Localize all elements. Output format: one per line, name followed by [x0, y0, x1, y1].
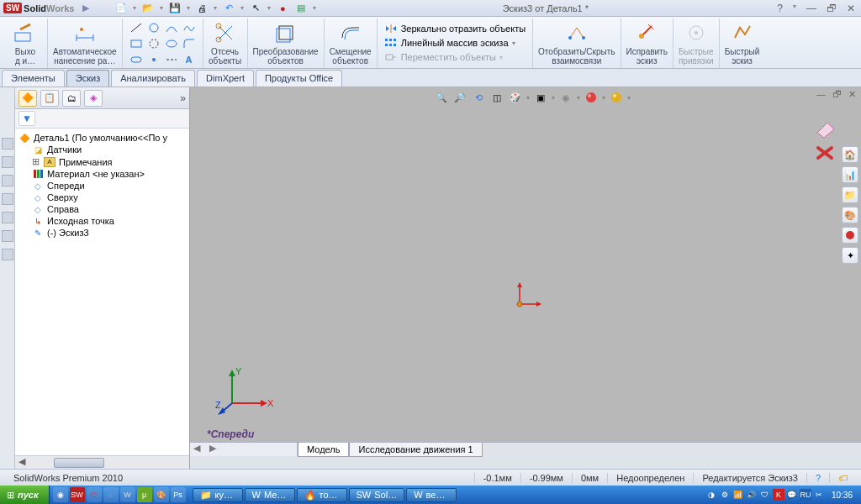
appearance-icon[interactable]: [584, 90, 599, 105]
left-tool-1[interactable]: [2, 138, 13, 150]
display-relations-button[interactable]: [560, 18, 594, 47]
tree-tab-feature-icon[interactable]: 🔶: [18, 90, 37, 107]
centerline-icon[interactable]: [163, 52, 180, 67]
tray-icon-8[interactable]: RU: [800, 489, 811, 501]
ql-ie-icon[interactable]: e: [103, 487, 119, 502]
taskpane-appearance-icon[interactable]: [842, 227, 858, 244]
ql-opera-icon[interactable]: O: [87, 487, 102, 502]
slot-icon[interactable]: [128, 52, 145, 67]
tray-icon-6[interactable]: K: [773, 489, 784, 501]
left-tool-6[interactable]: [2, 230, 13, 242]
tree-tab-config-icon[interactable]: 🗂: [62, 90, 81, 107]
left-tool-2[interactable]: [2, 156, 13, 168]
mirror-button[interactable]: Зеркально отразить объекты: [383, 22, 527, 35]
sketch-cancel-icon[interactable]: [815, 144, 835, 161]
scene-icon[interactable]: [609, 90, 624, 105]
tab-office[interactable]: Продукты Office: [256, 70, 342, 87]
tray-icon-1[interactable]: ◑: [705, 489, 717, 501]
tree-collapse-icon[interactable]: »: [180, 92, 186, 104]
ql-ps-icon[interactable]: Ps: [171, 487, 186, 502]
left-tool-7[interactable]: [2, 249, 13, 260]
repair-button[interactable]: [630, 18, 663, 47]
filter-icon[interactable]: ▼: [18, 111, 35, 126]
close-icon[interactable]: ✕: [844, 3, 858, 14]
tree-front-plane[interactable]: ◇Спереди: [17, 180, 188, 192]
maximize-icon[interactable]: 🗗: [824, 3, 839, 14]
display-style-icon[interactable]: ▣: [533, 90, 548, 105]
task-window-1[interactable]: WМе…: [245, 488, 295, 502]
spline-icon[interactable]: [181, 20, 198, 35]
options-icon[interactable]: ▤: [294, 2, 308, 15]
task-window-4[interactable]: Wве…: [406, 488, 457, 502]
tab-sketch[interactable]: Эскиз: [66, 70, 109, 87]
convert-button[interactable]: [269, 18, 303, 47]
tree-hscroll[interactable]: ◀: [15, 455, 189, 469]
tree-annotations[interactable]: ⊞AПримечания: [17, 155, 188, 168]
help-icon[interactable]: ?: [774, 3, 785, 14]
tree-sketch3[interactable]: ✎(-) Эскиз3: [17, 227, 188, 239]
fillet-icon[interactable]: [181, 36, 198, 51]
tray-icon-5[interactable]: 🛡: [759, 489, 771, 501]
tray-icon-7[interactable]: 💬: [786, 489, 798, 501]
open-icon[interactable]: 📂: [141, 2, 155, 15]
tree-tab-dimxpert-icon[interactable]: ◈: [84, 90, 103, 107]
zoom-area-icon[interactable]: 🔎: [452, 90, 467, 105]
tab-features[interactable]: Элементы: [2, 70, 65, 87]
taskpane-palette-icon[interactable]: 🎨: [842, 207, 858, 223]
doc-minimize-icon[interactable]: —: [815, 89, 827, 100]
ql-word-icon[interactable]: W: [120, 487, 135, 502]
exit-sketch-button[interactable]: [8, 18, 42, 47]
app-menu-arrow[interactable]: ▶: [82, 3, 89, 13]
tree-material[interactable]: Материал <не указан>: [17, 168, 188, 180]
doc-close-icon[interactable]: ✕: [847, 89, 858, 100]
graphics-viewport[interactable]: 🔍 🔎 ⟲ ◫ 🎲▾ ▣▾ ◉▾ ▾ ▾ — 🗗 ✕ 🏠 📊 📁 🎨 ✦: [190, 87, 861, 469]
tab-evaluate[interactable]: Анализировать: [111, 70, 195, 87]
tab-model[interactable]: Модель: [298, 443, 349, 457]
view-orient-icon[interactable]: 🎲: [508, 90, 523, 105]
left-tool-4[interactable]: [2, 193, 13, 205]
tab-dimxpert[interactable]: DimXpert: [197, 70, 254, 87]
zoom-fit-icon[interactable]: 🔍: [434, 90, 449, 105]
tree-top-plane[interactable]: ◇Сверху: [17, 192, 188, 203]
new-icon[interactable]: 📄: [114, 2, 128, 15]
tree-root[interactable]: 🔶Деталь1 (По умолчанию<<По у: [17, 132, 188, 144]
arc-icon[interactable]: [163, 20, 180, 35]
tray-icon-4[interactable]: 🔊: [746, 489, 758, 501]
circle-icon[interactable]: [145, 20, 162, 35]
sketch-ok-icon[interactable]: [814, 121, 836, 139]
taskpane-custom-icon[interactable]: ✦: [842, 247, 858, 264]
offset-button[interactable]: [334, 18, 367, 47]
doc-restore-icon[interactable]: 🗗: [831, 89, 843, 100]
save-icon[interactable]: 💾: [168, 2, 182, 15]
tree-tab-property-icon[interactable]: 📋: [40, 90, 59, 107]
ql-chrome-icon[interactable]: ◉: [53, 487, 68, 502]
status-tag-icon[interactable]: 🏷: [829, 473, 856, 483]
start-button[interactable]: ⊞пуск: [0, 486, 50, 504]
hide-show-icon[interactable]: ◉: [558, 90, 573, 105]
taskbar-clock[interactable]: 10:36: [827, 491, 858, 500]
line-icon[interactable]: [128, 20, 145, 35]
tray-icon-3[interactable]: 📶: [732, 489, 744, 501]
trim-button[interactable]: [209, 18, 242, 47]
taskpane-explorer-icon[interactable]: 📁: [842, 186, 858, 203]
tree-origin[interactable]: ↳Исходная точка: [17, 215, 188, 227]
ellipse-icon[interactable]: [163, 36, 180, 51]
ql-sw-icon[interactable]: SW: [70, 487, 85, 502]
tree-sensors[interactable]: ◪Датчики: [17, 144, 188, 155]
polygon-icon[interactable]: [145, 36, 162, 51]
rapid-sketch-button[interactable]: [725, 18, 758, 47]
status-help-icon[interactable]: ?: [806, 473, 829, 483]
text-icon[interactable]: A: [181, 52, 198, 67]
tray-icon-2[interactable]: ⚙: [719, 489, 731, 501]
tree-right-plane[interactable]: ◇Справа: [17, 203, 188, 215]
tab-scroll-left-icon[interactable]: ◀: [190, 443, 203, 453]
taskpane-home-icon[interactable]: 🏠: [842, 146, 858, 163]
task-window-0[interactable]: 📁ку…: [193, 488, 243, 502]
linear-pattern-button[interactable]: Линейный массив эскиза▾: [383, 36, 527, 50]
rebuild-icon[interactable]: ●: [276, 2, 289, 15]
minimize-icon[interactable]: —: [804, 3, 819, 14]
tab-motion-study[interactable]: Исследование движения 1: [349, 443, 482, 457]
rectangle-icon[interactable]: [128, 36, 145, 51]
point-icon[interactable]: [145, 52, 162, 67]
left-tool-5[interactable]: [2, 212, 13, 223]
